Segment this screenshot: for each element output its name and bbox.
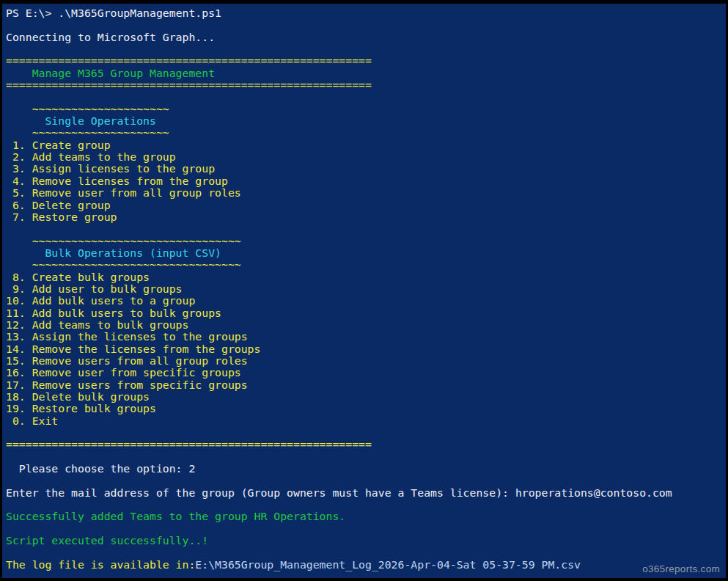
menu-item-4: 4. Remove licenses from the group [6,175,726,187]
menu-item-7: 7. Restore group [6,211,726,223]
powershell-console-window[interactable]: PS E:\> .\M365GroupManagement.ps1Connect… [0,0,728,581]
menu-item-2: 2. Add teams to the group [6,151,726,163]
terminal-text-segment: Script executed successfully..! [6,534,208,547]
blank [6,43,726,55]
terminal-text-segment: Enter the mail address of the group (Gro… [6,486,515,499]
blank [6,19,726,31]
terminal-text-segment: The log file is available in: [6,558,195,571]
menu-item-8: 8. Create bulk groups [6,271,726,283]
log-file-path: The log file is available in:E:\M365Grou… [6,559,726,571]
terminal-text-segment: Single Operations [6,114,156,127]
single-ops-header: Single Operations [6,115,726,127]
menu-end-divider: ========================================… [6,439,726,450]
terminal-text-segment: ~~~~~~~~~~~~~~~~~~~~~ [6,126,169,139]
menu-item-19: 19. Restore bulk groups [6,403,726,414]
terminal-text-segment: Please choose the option: [6,462,188,475]
blank [6,223,726,235]
terminal-text-segment: 5. Remove user from all group roles [6,186,241,199]
menu-item-18: 18. Delete bulk groups [6,391,726,403]
terminal-text-segment: 14. Remove the licenses from the groups [6,343,260,355]
blank [6,475,726,486]
banner-divider-top: ========================================… [6,55,726,67]
terminal-text-segment: Successfully added Teams to the group HR… [6,510,345,522]
menu-item-13: 13. Assign the licenses to the groups [6,331,726,343]
blank [6,523,726,535]
terminal-text-segment: 3. Assign licenses to the group [6,162,215,175]
terminal-text-segment: E:\M365Group_Management_Log_2026-Apr-04-… [195,558,581,571]
blank [6,91,726,103]
terminal-text-segment: 8. Create bulk groups [6,271,150,283]
terminal-text-segment: 13. Assign the licenses to the groups [6,330,248,343]
terminal-text-segment: 9. Add user to bulk groups [6,282,183,295]
single-ops-separator-top: ~~~~~~~~~~~~~~~~~~~~~ [6,103,726,115]
terminal-text-segment: 11. Add bulk users to bulk groups [6,307,221,319]
blank [6,427,726,439]
success-message-script: Script executed successfully..! [6,535,726,547]
terminal-text-segment: 15. Remove users from all group roles [6,354,248,367]
mail-prompt: Enter the mail address of the group (Gro… [6,487,726,499]
blank [6,451,726,463]
terminal-text-segment: 19. Restore bulk groups [6,402,156,414]
terminal-text-segment: 10. Add bulk users to a group [6,294,195,307]
option-prompt: Please choose the option: 2 [6,463,726,475]
ps-prompt: PS E:\> .\M365GroupManagement.ps1 [6,7,726,19]
terminal-text-segment: ========================================… [6,78,372,91]
terminal-text-segment: 1. Create group [6,139,111,151]
terminal-text-segment: 6. Delete group [6,199,111,211]
terminal-text-segment: PS E:\> [6,7,58,19]
menu-item-15: 15. Remove users from all group roles [6,355,726,367]
terminal-text-segment: ~~~~~~~~~~~~~~~~~~~~~ [6,103,169,115]
menu-item-1: 1. Create group [6,139,726,151]
menu-item-0: 0. Exit [6,415,726,427]
menu-item-11: 11. Add bulk users to bulk groups [6,307,726,319]
terminal-text-segment: Bulk Operations (input CSV) [6,246,221,259]
menu-item-3: 3. Assign licenses to the group [6,163,726,175]
menu-item-17: 17. Remove users from specific groups [6,379,726,391]
single-ops-separator-bottom: ~~~~~~~~~~~~~~~~~~~~~ [6,127,726,139]
terminal-text-segment: ========================================… [6,54,372,67]
menu-item-14: 14. Remove the licenses from the groups [6,343,726,355]
terminal-text-segment: 2 [188,462,195,475]
terminal-text-segment: 2. Add teams to the group [6,150,176,163]
terminal-text-segment: .\M365GroupManagement.ps1 [58,7,221,19]
terminal-text-segment: hroperations@contoso.com [515,486,672,499]
terminal-output: PS E:\> .\M365GroupManagement.ps1Connect… [2,4,726,578]
bulk-ops-separator-top: ~~~~~~~~~~~~~~~~~~~~~~~~~~~~~~~~ [6,235,726,247]
menu-item-9: 9. Add user to bulk groups [6,283,726,295]
watermark: o365reports.com [642,563,720,574]
menu-item-16: 16. Remove user from specific groups [6,367,726,379]
terminal-text-segment: 0. Exit [6,414,58,427]
terminal-text-segment: 18. Delete bulk groups [6,390,150,403]
terminal-text-segment: 4. Remove licenses from the group [6,175,228,187]
banner-divider-bottom: ========================================… [6,79,726,91]
terminal-text-segment: 16. Remove user from specific groups [6,366,241,379]
terminal-text-segment: ~~~~~~~~~~~~~~~~~~~~~~~~~~~~~~~~ [6,235,241,247]
terminal-text-segment: 12. Add teams to bulk groups [6,318,188,331]
menu-item-6: 6. Delete group [6,200,726,211]
banner-title: Manage M365 Group Management [6,67,726,79]
terminal-text-segment: 7. Restore group [6,211,117,223]
menu-item-12: 12. Add teams to bulk groups [6,319,726,331]
terminal-text-segment: ~~~~~~~~~~~~~~~~~~~~~~~~~~~~~~~~ [6,258,241,271]
connecting-status: Connecting to Microsoft Graph... [6,32,726,43]
bulk-ops-separator-bottom: ~~~~~~~~~~~~~~~~~~~~~~~~~~~~~~~~ [6,259,726,271]
bulk-ops-header: Bulk Operations (input CSV) [6,247,726,259]
terminal-text-segment: ========================================… [6,438,372,450]
terminal-text-segment: Connecting to Microsoft Graph... [6,31,215,43]
terminal-text-segment: 17. Remove users from specific groups [6,379,248,391]
blank [6,547,726,558]
menu-item-10: 10. Add bulk users to a group [6,295,726,307]
terminal-text-segment: Manage M365 Group Management [6,67,215,79]
success-message-teams: Successfully added Teams to the group HR… [6,511,726,522]
menu-item-5: 5. Remove user from all group roles [6,187,726,199]
blank [6,499,726,511]
